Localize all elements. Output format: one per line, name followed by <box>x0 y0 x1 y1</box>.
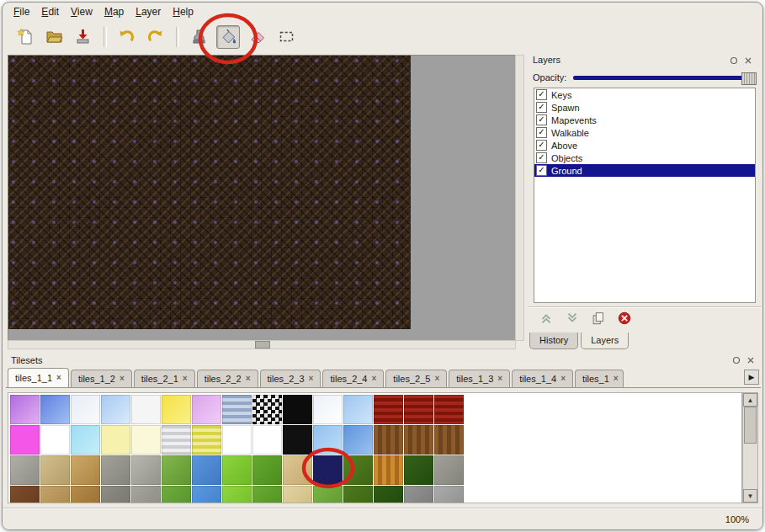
tileset-tile-r4c10[interactable] <box>283 486 312 503</box>
tileset-tile-r4c6[interactable] <box>162 486 191 503</box>
tileset-tile-r3c13[interactable] <box>374 455 403 485</box>
layer-visibility-checkbox[interactable]: ✓ <box>536 165 547 176</box>
tileset-tile-r1c9[interactable] <box>252 395 282 424</box>
open-file-button[interactable] <box>43 26 65 48</box>
delete-layer-button[interactable] <box>616 311 633 328</box>
tileset-tab-tiles_2_1[interactable]: tiles_2_1× <box>134 370 195 387</box>
tileset-tile-r2c5[interactable] <box>131 425 161 455</box>
opacity-slider[interactable] <box>573 76 755 80</box>
tileset-tile-r1c10[interactable] <box>283 395 312 424</box>
tileset-tile-r2c9[interactable] <box>252 425 282 455</box>
tileset-tile-r4c1[interactable] <box>10 486 40 503</box>
scrollbar-thumb[interactable] <box>255 341 270 348</box>
layer-row-keys[interactable]: ✓Keys <box>534 88 755 101</box>
tabs-scroll-right-button[interactable]: ▶ <box>744 370 759 385</box>
tileset-tile-r1c5[interactable] <box>131 395 161 424</box>
tab-close-icon[interactable]: × <box>614 375 619 383</box>
tileset-tab-tiles_1[interactable]: tiles_1× <box>575 370 624 387</box>
tileset-tile-r3c4[interactable] <box>101 455 130 485</box>
tileset-tile-r3c9[interactable] <box>252 455 282 485</box>
tileset-tile-r4c14[interactable] <box>404 486 433 503</box>
tileset-tile-r4c15[interactable] <box>434 486 464 503</box>
layer-visibility-checkbox[interactable]: ✓ <box>536 102 547 113</box>
tileset-tile-r3c11[interactable] <box>313 455 343 485</box>
tileset-tab-tiles_1_1[interactable]: tiles_1_1× <box>8 368 69 387</box>
save-file-button[interactable] <box>72 26 93 48</box>
tileset-vertical-scrollbar[interactable]: ▲ ▼ <box>742 392 758 503</box>
tileset-tile-r1c7[interactable] <box>192 395 221 424</box>
tab-close-icon[interactable]: × <box>434 375 439 383</box>
menu-view[interactable]: View <box>65 4 98 19</box>
tileset-tile-r3c15[interactable] <box>434 455 464 485</box>
tileset-tab-tiles_1_4[interactable]: tiles_1_4× <box>512 370 573 387</box>
tileset-tile-r4c13[interactable] <box>374 486 403 503</box>
tileset-tile-r2c1[interactable] <box>10 425 40 455</box>
scroll-down-icon[interactable]: ▼ <box>743 489 757 503</box>
tab-close-icon[interactable]: × <box>309 375 314 383</box>
duplicate-layer-button[interactable] <box>590 311 607 328</box>
tileset-tile-r3c12[interactable] <box>343 455 373 485</box>
new-file-button[interactable] <box>14 26 36 48</box>
close-panel-icon[interactable] <box>746 355 756 365</box>
tileset-tile-r4c4[interactable] <box>101 486 130 503</box>
tileset-tile-r4c8[interactable] <box>222 486 252 503</box>
tileset-tile-r2c4[interactable] <box>101 425 130 455</box>
tileset-tab-tiles_1_2[interactable]: tiles_1_2× <box>71 370 132 387</box>
tileset-tile-r2c13[interactable] <box>374 425 403 455</box>
tileset-tile-r4c7[interactable] <box>192 486 221 503</box>
tab-close-icon[interactable]: × <box>120 375 125 383</box>
tab-layers[interactable]: Layers <box>581 332 629 349</box>
tileset-tile-r1c1[interactable] <box>10 395 40 424</box>
layer-visibility-checkbox[interactable]: ✓ <box>536 89 547 100</box>
tileset-tile-r3c8[interactable] <box>222 455 252 485</box>
tab-history[interactable]: History <box>529 332 578 349</box>
tileset-tile-r1c4[interactable] <box>101 395 130 424</box>
layer-visibility-checkbox[interactable]: ✓ <box>536 127 547 138</box>
fill-tool-button[interactable] <box>216 25 240 49</box>
tileset-tile-r2c11[interactable] <box>313 425 343 455</box>
tileset-tile-r2c8[interactable] <box>222 425 252 455</box>
tileset-tile-r1c14[interactable] <box>404 395 433 424</box>
tab-close-icon[interactable]: × <box>183 375 188 383</box>
tileset-tab-tiles_2_2[interactable]: tiles_2_2× <box>197 370 258 387</box>
menu-help[interactable]: Help <box>167 4 199 19</box>
layer-visibility-checkbox[interactable]: ✓ <box>536 140 547 151</box>
tab-close-icon[interactable]: × <box>497 375 502 383</box>
eraser-tool-button[interactable] <box>247 26 268 48</box>
close-panel-icon[interactable] <box>743 56 753 66</box>
tileset-tile-r1c3[interactable] <box>71 395 100 424</box>
tileset-tile-r3c3[interactable] <box>71 455 100 485</box>
tileset-tile-r3c6[interactable] <box>162 455 191 485</box>
tileset-tile-r3c7[interactable] <box>192 455 221 485</box>
tileset-tile-r4c9[interactable] <box>252 486 282 503</box>
menu-map[interactable]: Map <box>98 4 130 19</box>
tab-close-icon[interactable]: × <box>246 375 251 383</box>
tileset-tile-r2c6[interactable] <box>162 425 191 455</box>
map-vertical-scrollbar[interactable] <box>515 55 524 341</box>
tileset-tile-r1c2[interactable] <box>40 395 70 424</box>
float-panel-icon[interactable] <box>731 355 741 365</box>
layer-row-objects[interactable]: ✓Objects <box>534 152 755 164</box>
tileset-tile-r4c12[interactable] <box>343 486 373 503</box>
layer-row-spawn[interactable]: ✓Spawn <box>534 101 755 114</box>
map-viewport[interactable] <box>8 55 516 341</box>
menu-edit[interactable]: Edit <box>35 4 65 19</box>
tileset-tile-r3c2[interactable] <box>40 455 70 485</box>
move-layer-down-button[interactable] <box>564 311 581 328</box>
layer-visibility-checkbox[interactable]: ✓ <box>536 114 547 125</box>
tileset-tile-r4c3[interactable] <box>71 486 100 503</box>
tileset-tile-r4c2[interactable] <box>40 486 70 503</box>
menu-layer[interactable]: Layer <box>130 4 167 19</box>
layer-row-walkable[interactable]: ✓Walkable <box>534 126 755 139</box>
stamp-tool-button[interactable] <box>188 26 210 48</box>
tileset-tile-r3c5[interactable] <box>131 455 161 485</box>
tileset-tile-r2c2[interactable] <box>40 425 70 455</box>
tileset-tile-r1c12[interactable] <box>343 395 373 424</box>
float-panel-icon[interactable] <box>729 56 739 66</box>
tileset-tile-r1c15[interactable] <box>434 395 464 424</box>
tileset-tile-r3c1[interactable] <box>10 455 40 485</box>
tileset-tile-r1c11[interactable] <box>313 395 343 424</box>
layer-row-mapevents[interactable]: ✓Mapevents <box>534 114 755 126</box>
scrollbar-thumb[interactable] <box>744 407 757 444</box>
layer-row-ground[interactable]: ✓Ground <box>534 164 755 177</box>
